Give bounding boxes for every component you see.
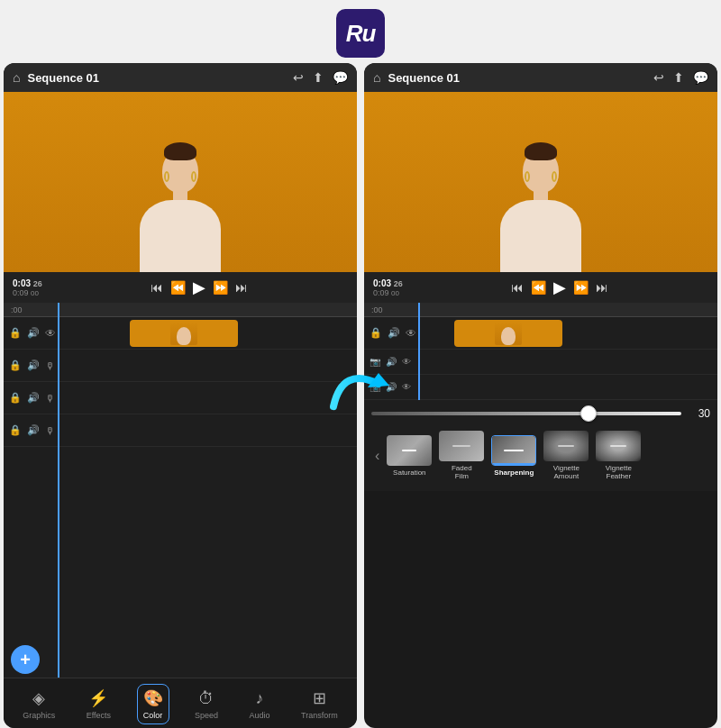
effects-row: Saturation Faded Film	[385, 427, 643, 484]
vol-icon-v3: 🔊	[386, 382, 397, 392]
left-track-video-controls: 🔒 🔊 👁	[4, 327, 85, 340]
left-track-audio3: 🔒 🔊 🎙	[4, 414, 357, 447]
effects-icon: ⚡	[88, 688, 108, 708]
effect-item-faded-film[interactable]: Faded Film	[437, 431, 486, 480]
home-icon-left[interactable]: ⌂	[13, 70, 20, 85]
mic-icon-a2-left[interactable]: 🎙	[45, 393, 55, 404]
left-video-clip[interactable]	[130, 320, 238, 347]
right-time-total: 0:09 00	[373, 288, 403, 297]
left-track-audio1: 🔒 🔊 🎙	[4, 350, 357, 382]
eye-icon-v2: 👁	[402, 357, 411, 367]
left-track-audio1-timeline	[85, 350, 357, 381]
speed-icon: ⏱	[198, 689, 214, 708]
left-track-audio2: 🔒 🔊 🎙	[4, 382, 357, 414]
vol-icon-a3-left[interactable]: 🔊	[27, 424, 40, 436]
vol-icon-v2: 🔊	[386, 357, 397, 367]
sharpening-slider-track[interactable]	[371, 412, 681, 415]
left-track-video: 🔒 🔊 👁	[4, 317, 357, 350]
graphics-icon: ◈	[32, 688, 45, 708]
transform-label: Transform	[301, 711, 338, 720]
lock-icon-a3-left[interactable]: 🔒	[9, 424, 22, 436]
undo-icon-right[interactable]: ↩	[653, 70, 664, 85]
right-track-v3: 📷 🔊 👁	[364, 375, 717, 400]
right-color-panel: 30 ‹ Saturation	[364, 400, 717, 491]
home-icon-right[interactable]: ⌂	[373, 70, 380, 85]
undo-icon-left[interactable]: ↩	[293, 70, 304, 85]
right-track-video-controls: 🔒 🔊 👁	[364, 327, 436, 340]
left-bottom-toolbar: ◈ Graphics ⚡ Effects 🎨 Color ⏱ Speed ♪ A…	[4, 678, 357, 728]
toolbar-item-effects[interactable]: ⚡ Effects	[81, 685, 116, 723]
vol-icon-a2-left[interactable]: 🔊	[27, 392, 40, 404]
lock-icon-a2-left[interactable]: 🔒	[9, 392, 22, 404]
eye-icon-v1-right[interactable]: 👁	[406, 327, 416, 340]
right-timeline-area: :00 🔒 🔊 👁	[364, 303, 717, 400]
mic-icon-a1-left[interactable]: 🎙	[45, 360, 55, 371]
effect-active-bar	[492, 463, 535, 465]
skip-forward-button-left[interactable]: ⏭	[235, 280, 248, 295]
step-forward-button-left[interactable]: ⏩	[213, 280, 228, 295]
earring-left-right	[525, 171, 530, 182]
toolbar-item-graphics[interactable]: ◈ Graphics	[17, 685, 60, 723]
color-icon: 🎨	[143, 688, 163, 708]
play-button-left[interactable]: ▶	[193, 278, 205, 297]
eye-icon-v1-left[interactable]: 👁	[45, 327, 56, 340]
effect-item-vignette-feather[interactable]: Vignette Feather	[594, 431, 643, 480]
audio-label: Audio	[250, 711, 270, 720]
toolbar-item-transform[interactable]: ⊞ Transform	[296, 685, 343, 723]
right-time-current: 0:03 26	[373, 278, 403, 288]
lock-icon-v1-left[interactable]: 🔒	[9, 327, 22, 339]
comment-icon-left[interactable]: 💬	[333, 70, 348, 85]
toolbar-item-color[interactable]: 🎨 Color	[137, 684, 169, 724]
cam-icon-v2: 📷	[370, 357, 380, 367]
person-hair-right	[525, 142, 557, 160]
right-panel: ⌂ Sequence 01 ↩ ⬆ 💬	[364, 63, 717, 728]
right-track-v2-timeline	[436, 350, 717, 374]
right-track-v2-controls: 📷 🔊 👁	[364, 357, 436, 367]
mic-icon-a3-left[interactable]: 🎙	[45, 425, 55, 436]
right-header-icons: ↩ ⬆ 💬	[653, 70, 708, 85]
left-video-person	[4, 92, 357, 272]
lock-icon-a1-left[interactable]: 🔒	[9, 359, 22, 371]
vol-icon-v1-right[interactable]: 🔊	[388, 327, 400, 339]
left-header-icons: ↩ ⬆ 💬	[293, 70, 348, 85]
rewind-button-left[interactable]: ⏪	[170, 280, 186, 295]
skip-back-button-right[interactable]: ⏮	[511, 280, 524, 295]
effect-item-saturation[interactable]: Saturation	[385, 435, 434, 477]
person-figure-right	[500, 150, 581, 272]
left-sequence-title: Sequence 01	[27, 71, 286, 85]
lock-icon-v1-right[interactable]: 🔒	[370, 327, 382, 339]
effect-item-vignette-amount[interactable]: Vignette Amount	[542, 431, 590, 480]
right-track-video: 🔒 🔊 👁	[364, 317, 717, 350]
skip-back-button-left[interactable]: ⏮	[151, 280, 163, 295]
play-button-right[interactable]: ▶	[553, 278, 566, 297]
comment-icon-right[interactable]: 💬	[693, 70, 708, 85]
step-forward-button-right[interactable]: ⏩	[573, 280, 589, 295]
sharpening-slider-thumb[interactable]	[580, 405, 597, 422]
skip-forward-button-right[interactable]: ⏭	[596, 280, 608, 295]
right-video-person	[364, 92, 717, 272]
right-playback-section: 0:03 26 0:09 00 ⏮ ⏪ ▶ ⏩ ⏭	[364, 272, 717, 303]
right-time-display: 0:03 26 0:09 00	[373, 278, 403, 297]
fab-button-left[interactable]: +	[11, 645, 40, 674]
right-track-video-timeline	[436, 317, 717, 349]
right-timeline-ruler: :00	[364, 303, 717, 317]
right-sequence-title: Sequence 01	[388, 71, 646, 85]
vol-icon-v1-left[interactable]: 🔊	[27, 327, 40, 339]
vol-icon-a1-left[interactable]: 🔊	[27, 359, 40, 371]
sharpening-label: Sharpening	[494, 469, 534, 477]
toolbar-item-audio[interactable]: ♪ Audio	[244, 686, 276, 723]
chevron-left-icon[interactable]: ‹	[371, 444, 383, 468]
person-head-left	[162, 150, 198, 193]
left-track-audio3-timeline	[85, 414, 357, 446]
effect-item-sharpening[interactable]: Sharpening	[489, 435, 538, 477]
share-icon-left[interactable]: ⬆	[313, 70, 324, 85]
effect-thumb-vignette-amount	[543, 431, 589, 461]
effect-thumb-saturation	[387, 435, 432, 466]
left-timeline-area: :00 🔒 🔊 👁	[4, 303, 357, 678]
left-track-audio2-timeline	[85, 382, 357, 414]
rewind-button-right[interactable]: ⏪	[531, 280, 546, 295]
right-video-clip[interactable]	[454, 320, 562, 347]
toolbar-item-speed[interactable]: ⏱ Speed	[189, 686, 224, 723]
eye-icon-v3: 👁	[402, 382, 411, 392]
share-icon-right[interactable]: ⬆	[673, 70, 684, 85]
